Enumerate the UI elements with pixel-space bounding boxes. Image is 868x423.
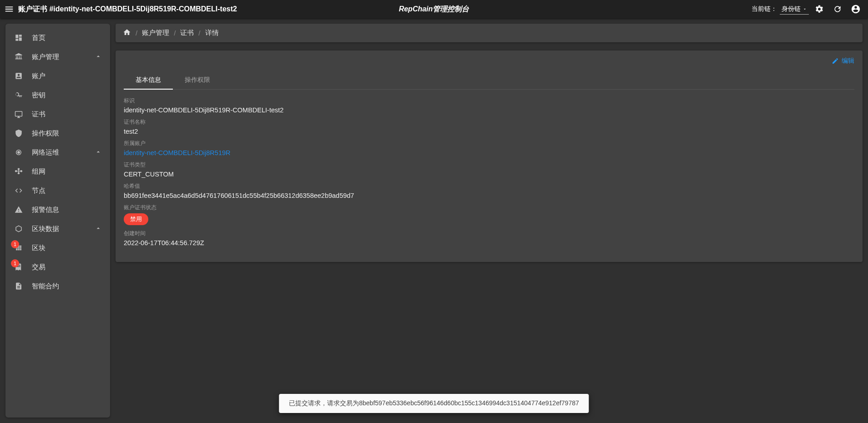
nav-label: 智能合约 [32, 282, 59, 291]
shield-icon [14, 129, 24, 137]
document-icon [14, 282, 24, 290]
nav-contract[interactable]: 智能合约 [5, 277, 110, 296]
key-icon [14, 91, 24, 99]
monitor-icon [14, 110, 24, 118]
nav-label: 账户 [32, 72, 45, 81]
edit-button[interactable]: 编辑 [832, 57, 854, 65]
chevron-up-icon [95, 225, 102, 233]
value-id: identity-net-COMBDELI-5Dij8R519R-COMBDEL… [124, 106, 854, 114]
separator: / [136, 29, 137, 37]
nav-label: 首页 [32, 34, 45, 42]
nav-label: 交易 [32, 263, 45, 272]
nav-network[interactable]: 组网 [5, 162, 110, 181]
nav-blockdata[interactable]: 区块数据 [5, 219, 110, 238]
detail-card: 编辑 基本信息 操作权限 标识 identity-net-COMBDELI-5D… [116, 50, 863, 262]
app-title: RepChain管理控制台 [399, 5, 469, 14]
nav-label: 网络运维 [32, 148, 59, 157]
label-created: 创建时间 [124, 230, 854, 237]
value-hash: bb691fee3441e5ac4a6d5d47617606151dc55b4f… [124, 192, 854, 199]
nav-label: 报警信息 [32, 206, 59, 214]
label-id: 标识 [124, 97, 854, 105]
nav-block[interactable]: 1 区块 [5, 238, 110, 257]
account-icon [851, 4, 861, 14]
nav-label: 账户管理 [32, 53, 59, 61]
badge: 1 [11, 240, 19, 248]
chevron-up-icon [95, 53, 102, 61]
nav-netops[interactable]: 网络运维 [5, 143, 110, 162]
gear-icon [815, 5, 824, 14]
chevron-up-icon [95, 148, 102, 157]
nav-tx[interactable]: 1 交易 [5, 257, 110, 277]
nav-alert[interactable]: 报警信息 [5, 200, 110, 219]
nav-label: 密钥 [32, 91, 45, 100]
cube-icon [14, 225, 24, 233]
nav-label: 证书 [32, 110, 45, 119]
hub-icon [14, 167, 24, 176]
edit-label: 编辑 [842, 57, 854, 65]
home-icon[interactable] [123, 28, 131, 38]
code-icon [14, 186, 24, 195]
fields: 标识 identity-net-COMBDELI-5Dij8R519R-COMB… [124, 90, 854, 247]
page-title: 账户证书 #identity-net-COMBDELI-5Dij8R519R-C… [18, 5, 237, 14]
value-owner-link[interactable]: identity-net-COMBDELI-5Dij8R519R [124, 149, 854, 156]
nav-label: 操作权限 [32, 129, 59, 138]
value-certtype: CERT_CUSTOM [124, 171, 854, 178]
breadcrumb: / 账户管理 / 证书 / 详情 [116, 24, 863, 42]
bank-icon [14, 53, 24, 61]
chain-select[interactable]: 身份链 [780, 4, 809, 15]
nav-node[interactable]: 节点 [5, 181, 110, 200]
nav-key[interactable]: 密钥 [5, 86, 110, 105]
account-button[interactable] [848, 1, 863, 17]
nav-cert[interactable]: 证书 [5, 105, 110, 124]
tabs: 基本信息 操作权限 [124, 71, 854, 90]
label-status: 账户证书状态 [124, 204, 854, 212]
refresh-icon [833, 5, 842, 14]
menu-icon [4, 4, 14, 14]
refresh-button[interactable] [830, 1, 845, 17]
value-created: 2022-06-17T06:44:56.729Z [124, 239, 854, 247]
sidebar: 首页 账户管理 账户 密钥 证书 操作权限 网络运维 [5, 24, 110, 418]
nav-label: 区块 [32, 244, 45, 252]
separator: / [198, 29, 200, 37]
separator: / [174, 29, 176, 37]
badge: 1 [11, 259, 19, 267]
tab-perm[interactable]: 操作权限 [173, 71, 222, 89]
topbar: 账户证书 #identity-net-COMBDELI-5Dij8R519R-C… [0, 0, 868, 18]
dashboard-icon [14, 34, 24, 42]
value-certname: test2 [124, 128, 854, 135]
nav-home[interactable]: 首页 [5, 28, 110, 47]
label-hash: 哈希值 [124, 182, 854, 190]
settings-button[interactable] [812, 1, 827, 17]
main: / 账户管理 / 证书 / 详情 编辑 基本信息 操作权限 标识 ident [110, 18, 868, 423]
warning-icon [14, 206, 24, 214]
tab-basic[interactable]: 基本信息 [124, 71, 173, 90]
crumb-account-mgmt[interactable]: 账户管理 [142, 29, 169, 37]
nav-account[interactable]: 账户 [5, 66, 110, 86]
menu-toggle-button[interactable] [0, 4, 18, 14]
broadcast-icon [14, 148, 24, 156]
crumb-cert[interactable]: 证书 [180, 29, 194, 37]
nav-perm[interactable]: 操作权限 [5, 124, 110, 143]
label-certtype: 证书类型 [124, 161, 854, 169]
crumb-detail: 详情 [205, 29, 219, 37]
label-owner: 所属账户 [124, 140, 854, 147]
nav-label: 区块数据 [32, 225, 59, 233]
pencil-icon [832, 57, 839, 65]
label-certname: 证书名称 [124, 118, 854, 126]
nav-account-mgmt[interactable]: 账户管理 [5, 47, 110, 66]
chevron-down-icon [802, 7, 807, 11]
chain-value: 身份链 [782, 5, 801, 13]
snackbar: 已提交请求，请求交易为8bebf597eb5336ebc56f96146d60b… [279, 394, 589, 413]
nav-label: 节点 [32, 186, 45, 195]
chain-label: 当前链： [752, 5, 777, 13]
status-chip: 禁用 [124, 213, 148, 225]
account-box-icon [14, 72, 24, 80]
nav-label: 组网 [32, 167, 45, 176]
